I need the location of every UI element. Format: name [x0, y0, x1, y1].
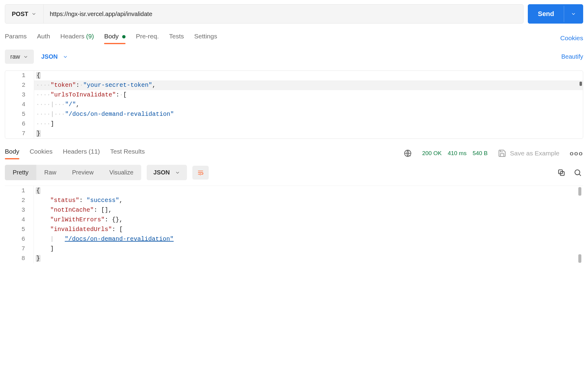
scrollbar-thumb[interactable] — [580, 82, 582, 86]
chevron-down-icon — [63, 54, 68, 60]
response-type-select[interactable]: JSON — [147, 165, 187, 180]
response-size: 540 B — [472, 150, 488, 157]
chevron-down-icon — [571, 11, 576, 17]
scrollbar-thumb[interactable] — [578, 187, 581, 196]
request-body-editor[interactable]: 1{ 2····"token":·"your-secret-token", 3·… — [5, 70, 583, 139]
response-time: 410 ms — [448, 150, 466, 157]
body-type-select[interactable]: JSON — [39, 50, 70, 63]
view-preview[interactable]: Preview — [64, 165, 101, 180]
method-url-bar: POST — [5, 4, 524, 24]
request-url-input[interactable] — [44, 5, 523, 23]
tab-headers[interactable]: Headers (9) — [60, 33, 94, 44]
wrap-lines-toggle[interactable] — [192, 166, 209, 180]
resp-tab-cookies[interactable]: Cookies — [30, 148, 53, 159]
resp-tab-body[interactable]: Body — [5, 148, 19, 159]
svg-line-4 — [579, 174, 581, 176]
response-body-editor[interactable]: 1{ 2 "status": "success", 3 "notInCache"… — [5, 186, 583, 263]
tab-body[interactable]: Body — [104, 33, 126, 44]
scrollbar-thumb[interactable] — [578, 254, 581, 263]
body-toolbar: raw JSON Beautify — [5, 50, 583, 64]
network-icon[interactable] — [403, 149, 412, 158]
send-button-caret[interactable] — [564, 6, 583, 22]
resp-tab-headers[interactable]: Headers (11) — [63, 148, 100, 159]
search-icon — [573, 168, 582, 177]
save-icon — [498, 149, 506, 158]
wrap-icon — [197, 169, 204, 176]
http-method-label: POST — [12, 11, 28, 18]
chevron-down-icon — [175, 170, 180, 175]
response-view-toolbar: Pretty Raw Preview Visualize JSON — [5, 165, 583, 180]
http-method-select[interactable]: POST — [5, 5, 44, 23]
copy-button[interactable] — [556, 167, 567, 178]
view-visualize[interactable]: Visualize — [101, 165, 141, 180]
copy-icon — [557, 168, 566, 177]
svg-point-3 — [575, 170, 580, 174]
view-raw[interactable]: Raw — [36, 165, 64, 180]
response-status: 200 OK — [422, 150, 442, 157]
request-tabs: Params Auth Headers (9) Body Pre-req. Te… — [5, 33, 583, 44]
beautify-link[interactable]: Beautify — [561, 53, 583, 60]
tab-params[interactable]: Params — [5, 33, 27, 44]
body-mode-select[interactable]: raw — [5, 50, 34, 64]
chevron-down-icon — [31, 11, 37, 17]
response-view-segmented: Pretty Raw Preview Visualize — [5, 165, 141, 180]
resp-tab-test-results[interactable]: Test Results — [110, 148, 145, 159]
chevron-down-icon — [23, 54, 28, 60]
tab-prereq[interactable]: Pre-req. — [136, 33, 159, 44]
send-button-label: Send — [528, 5, 564, 23]
save-as-example[interactable]: Save as Example — [498, 149, 559, 158]
tab-auth[interactable]: Auth — [37, 33, 50, 44]
cookies-link[interactable]: Cookies — [560, 34, 583, 42]
tab-settings[interactable]: Settings — [194, 33, 217, 44]
view-pretty[interactable]: Pretty — [5, 165, 36, 180]
tab-tests[interactable]: Tests — [169, 33, 184, 44]
more-actions[interactable]: ooo — [570, 150, 583, 157]
response-tabs: Body Cookies Headers (11) Test Results 2… — [5, 148, 583, 159]
send-button[interactable]: Send — [528, 4, 583, 24]
search-button[interactable] — [572, 167, 583, 178]
response-meta: 200 OK 410 ms 540 B — [422, 150, 488, 157]
body-modified-dot — [122, 35, 126, 38]
